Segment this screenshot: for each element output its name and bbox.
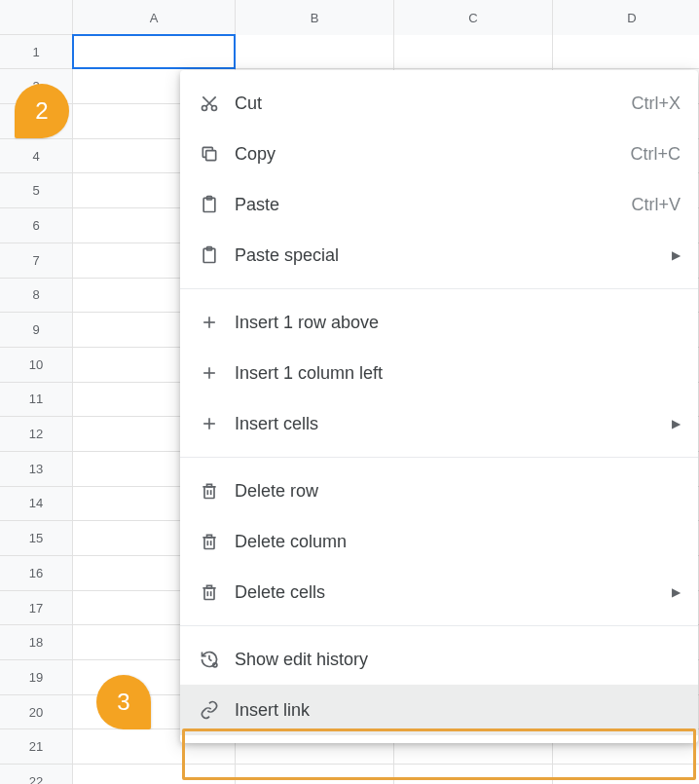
cell[interactable] bbox=[394, 35, 553, 70]
row-header[interactable]: 5 bbox=[0, 173, 73, 208]
cell-a1[interactable] bbox=[73, 35, 236, 70]
row-header[interactable]: 17 bbox=[0, 591, 73, 626]
menu-item-cut[interactable]: Cut Ctrl+X bbox=[180, 78, 698, 129]
menu-item-insert-cells[interactable]: Insert cells ▶ bbox=[180, 398, 698, 449]
menu-label: Cut bbox=[235, 93, 631, 114]
submenu-arrow-icon: ▶ bbox=[672, 417, 681, 430]
cell[interactable] bbox=[236, 35, 394, 70]
row-header[interactable]: 4 bbox=[0, 139, 73, 174]
col-header-b[interactable]: B bbox=[236, 0, 394, 37]
cell[interactable] bbox=[236, 765, 394, 784]
row-header[interactable]: 8 bbox=[0, 279, 73, 314]
paste-icon bbox=[198, 193, 221, 216]
svg-rect-4 bbox=[206, 151, 216, 161]
trash-icon bbox=[198, 479, 221, 503]
menu-shortcut: Ctrl+V bbox=[631, 195, 681, 215]
menu-label: Show edit history bbox=[235, 650, 681, 670]
row-header[interactable]: 12 bbox=[0, 417, 73, 452]
row-header[interactable]: 16 bbox=[0, 556, 73, 591]
menu-item-show-edit-history[interactable]: Show edit history bbox=[180, 634, 698, 685]
link-icon bbox=[198, 698, 221, 722]
col-header-d[interactable]: D bbox=[553, 0, 699, 37]
history-icon bbox=[198, 648, 221, 671]
select-all-corner[interactable] bbox=[0, 0, 73, 35]
col-header-c[interactable]: C bbox=[394, 0, 553, 37]
submenu-arrow-icon: ▶ bbox=[672, 248, 681, 262]
menu-label: Delete cells bbox=[235, 582, 672, 603]
context-menu: Cut Ctrl+X Copy Ctrl+C Paste Ctrl+V Past… bbox=[180, 70, 698, 743]
row-header[interactable]: 20 bbox=[0, 695, 73, 730]
menu-label: Insert link bbox=[235, 700, 681, 721]
row-header[interactable]: 13 bbox=[0, 452, 73, 487]
cell[interactable] bbox=[553, 765, 699, 784]
menu-item-paste[interactable]: Paste Ctrl+V bbox=[180, 179, 698, 230]
row-header[interactable]: 7 bbox=[0, 243, 73, 279]
row-header[interactable]: 15 bbox=[0, 521, 73, 556]
menu-label: Insert 1 column left bbox=[235, 363, 681, 384]
menu-item-copy[interactable]: Copy Ctrl+C bbox=[180, 129, 698, 179]
menu-label: Paste bbox=[235, 195, 631, 215]
row-header[interactable]: 14 bbox=[0, 487, 73, 522]
trash-icon bbox=[198, 530, 221, 553]
cut-icon bbox=[198, 92, 221, 115]
row-header[interactable]: 1 bbox=[0, 35, 73, 70]
svg-line-22 bbox=[209, 659, 212, 661]
menu-separator bbox=[180, 288, 698, 289]
paste-special-icon bbox=[198, 243, 221, 267]
menu-shortcut: Ctrl+X bbox=[631, 93, 681, 114]
menu-item-delete-cells[interactable]: Delete cells ▶ bbox=[180, 567, 698, 617]
menu-label: Delete column bbox=[235, 532, 681, 552]
menu-item-insert-row-above[interactable]: Insert 1 row above bbox=[180, 297, 698, 348]
tutorial-callout-2: 2 bbox=[15, 84, 69, 138]
plus-icon bbox=[198, 311, 221, 334]
row-header[interactable]: 11 bbox=[0, 383, 73, 418]
menu-label: Insert 1 row above bbox=[235, 313, 681, 333]
svg-point-1 bbox=[212, 106, 217, 111]
menu-label: Insert cells bbox=[235, 414, 672, 434]
menu-label: Copy bbox=[235, 144, 630, 165]
row-header[interactable]: 22 bbox=[0, 765, 73, 784]
trash-icon bbox=[198, 580, 221, 604]
menu-label: Paste special bbox=[235, 245, 672, 266]
row-header[interactable]: 10 bbox=[0, 348, 73, 383]
svg-point-0 bbox=[202, 106, 207, 111]
menu-item-paste-special[interactable]: Paste special ▶ bbox=[180, 230, 698, 280]
col-header-a[interactable]: A bbox=[73, 0, 236, 37]
menu-item-delete-column[interactable]: Delete column bbox=[180, 516, 698, 567]
menu-separator bbox=[180, 625, 698, 626]
menu-item-insert-col-left[interactable]: Insert 1 column left bbox=[180, 348, 698, 398]
menu-item-delete-row[interactable]: Delete row bbox=[180, 466, 698, 516]
cell[interactable] bbox=[394, 765, 553, 784]
plus-icon bbox=[198, 412, 221, 435]
row-header[interactable]: 6 bbox=[0, 208, 73, 243]
menu-label: Delete row bbox=[235, 481, 681, 502]
row-header[interactable]: 19 bbox=[0, 660, 73, 695]
tutorial-callout-3: 3 bbox=[96, 675, 151, 729]
row-header[interactable]: 18 bbox=[0, 625, 73, 660]
cell[interactable] bbox=[73, 765, 236, 784]
row-header[interactable]: 9 bbox=[0, 313, 73, 348]
row-header[interactable]: 21 bbox=[0, 729, 73, 765]
copy-icon bbox=[198, 142, 221, 166]
menu-item-insert-link[interactable]: Insert link bbox=[180, 685, 698, 735]
menu-shortcut: Ctrl+C bbox=[630, 144, 681, 165]
plus-icon bbox=[198, 361, 221, 385]
cell[interactable] bbox=[553, 35, 699, 70]
menu-separator bbox=[180, 457, 698, 458]
submenu-arrow-icon: ▶ bbox=[672, 585, 681, 599]
